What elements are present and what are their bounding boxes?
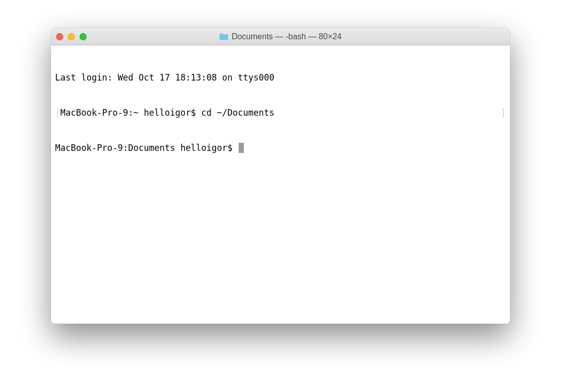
folder-icon <box>219 33 228 40</box>
window-title-area: Documents — -bash — 80×24 <box>51 32 510 41</box>
prompt-line-1: [MacBook-Pro-9:~ helloigor$ cd ~/Documen… <box>55 107 506 119</box>
minimize-button[interactable] <box>68 33 75 40</box>
terminal-window: Documents — -bash — 80×24 Last login: We… <box>51 28 510 324</box>
command-1: cd ~/Documents <box>201 108 274 118</box>
maximize-button[interactable] <box>80 33 87 40</box>
prompt-2: MacBook-Pro-9:Documents helloigor$ <box>55 142 238 154</box>
prompt-1: MacBook-Pro-9:~ helloigor$ <box>60 108 201 118</box>
last-login-line: Last login: Wed Oct 17 18:13:08 on ttys0… <box>55 72 506 84</box>
traffic-lights <box>56 33 87 40</box>
bracket-left: [ <box>55 107 60 119</box>
prompt-line-2: MacBook-Pro-9:Documents helloigor$ <box>55 142 506 154</box>
titlebar[interactable]: Documents — -bash — 80×24 <box>51 28 510 45</box>
cursor <box>239 143 244 153</box>
bracket-right: ] <box>501 107 506 119</box>
window-title: Documents — -bash — 80×24 <box>232 32 342 41</box>
terminal-body[interactable]: Last login: Wed Oct 17 18:13:08 on ttys0… <box>51 45 510 324</box>
close-button[interactable] <box>56 33 63 40</box>
